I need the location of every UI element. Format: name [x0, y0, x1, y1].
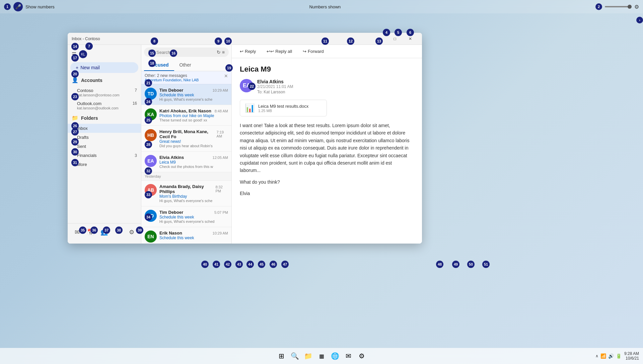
subject-tim2: Schedule this week [159, 215, 228, 219]
start-button[interactable]: ⊞ [275, 350, 287, 362]
folders-section[interactable]: 📁 Folders [68, 112, 141, 124]
body-paragraph-1: I want one! Take a look at these test re… [240, 122, 414, 174]
account-email-contoso: kat.larsson@contoso.com [77, 93, 137, 97]
folder-sent[interactable]: Sent [68, 142, 141, 151]
notif-close-button[interactable]: ✕ [224, 73, 228, 79]
refresh-icon[interactable]: ↻ [217, 50, 221, 55]
forward-label: Forward [308, 49, 324, 54]
subject-elvia: Leica M9 [159, 160, 228, 165]
financials-count: 3 [135, 153, 137, 158]
mail-nav-icon[interactable]: ✉ [71, 226, 83, 238]
maximize-button[interactable]: □ [387, 33, 403, 45]
badge-side: › [636, 17, 643, 23]
email-header-elvia: Elvia Atkins 12:05 AM [159, 155, 228, 160]
avatar-erik: EN [145, 231, 157, 243]
clock[interactable]: 9:28 AM 10/6/21 [624, 351, 639, 361]
notif-senders: Arboretum Foundation, Nike LAB [145, 78, 199, 82]
folder-inbox[interactable]: Inbox [68, 124, 141, 133]
account-name-outlook: Outlook.com 16 [77, 101, 137, 106]
body-paragraph-2: What do you think? [240, 178, 414, 186]
sender-elvia: Elvia Atkins [159, 155, 184, 160]
more-label: More [77, 162, 87, 167]
reply-all-label: Reply all [275, 49, 292, 54]
settings-nav-icon[interactable]: ⚙ [126, 226, 138, 238]
time-tim2: 5:07 PM [214, 210, 228, 214]
folder-icon: 📁 [72, 115, 78, 121]
numbers-shown-label: Numbers shown [309, 4, 341, 9]
account-outlook[interactable]: Outlook.com 16 kat.larsson@outlook.com [68, 99, 141, 112]
attachment-info: Leica M9 test results.docx 1.25 MB [258, 104, 308, 113]
sender-tim2: Tim Deboer [159, 210, 183, 215]
window-titlebar: Inbox - Contoso — □ ✕ [68, 33, 422, 45]
folder-financials[interactable]: Financials 3 [68, 151, 141, 160]
filter-icon[interactable]: ≡ [222, 50, 225, 55]
sidebar-top: ☰ KL [68, 48, 141, 61]
sidebar: ☰ KL + New mail 👤 Accounts Contoso 7 kat… [68, 45, 141, 244]
avatar-katri: KA [145, 108, 157, 120]
taskbar-search[interactable]: 🔍 [289, 350, 301, 362]
close-button[interactable]: ✕ [403, 33, 418, 45]
taskbar-browser[interactable]: 🌐 [329, 350, 341, 362]
people-nav-icon[interactable]: 👥 [98, 226, 110, 238]
tab-focused[interactable]: Focused [144, 60, 174, 71]
time-display: 9:28 AM [624, 351, 639, 356]
battery-icon[interactable]: 🔋 [616, 353, 622, 359]
attachment-name: Leica M9 test results.docx [258, 104, 308, 109]
email-item-tim2[interactable]: TD Tim Deboer 5:07 PM Schedule this week… [141, 206, 231, 227]
time-katri: 8:48 AM [215, 109, 228, 113]
subject-katri: Photos from our hike on Maple [159, 113, 228, 118]
account-name-contoso: Contoso 7 [77, 88, 137, 93]
preview-katri: These turned out so good! xx [159, 118, 228, 122]
taskbar-mail[interactable]: ✉ [342, 350, 354, 362]
folder-more[interactable]: More [68, 160, 141, 169]
email-content-tim: Tim Deboer 10:29 AM Schedule this week H… [159, 88, 228, 101]
sender-erik: Erik Nason [159, 231, 182, 236]
taskbar-settings[interactable]: ⚙ [356, 350, 368, 362]
folder-drafts[interactable]: Drafts [68, 133, 141, 142]
date-display: 10/6/21 [624, 356, 639, 361]
new-mail-button[interactable]: + New mail [70, 62, 138, 73]
email-header-tim2: Tim Deboer 5:07 PM [159, 210, 228, 215]
avatar: KL [79, 50, 87, 58]
avatar-henry: HB [145, 129, 157, 141]
forward-button[interactable]: ↪ Forward [300, 48, 327, 55]
account-contoso[interactable]: Contoso 7 kat.larsson@contoso.com [68, 86, 141, 99]
wifi-icon[interactable]: 📶 [600, 353, 606, 359]
volume-icon[interactable]: 🔊 [608, 353, 614, 359]
attachment-box[interactable]: 📊 Leica M9 test results.docx 1.25 MB [240, 100, 327, 116]
search-actions: ↻ ≡ [217, 50, 225, 55]
settings-icon[interactable]: ⚙ [634, 4, 639, 10]
accounts-section[interactable]: 👤 Accounts [68, 74, 141, 86]
email-item-amanda[interactable]: AB Amanda Brady, Daisy Phillips 8:32 PM … [141, 181, 231, 206]
calendar-nav-icon[interactable]: 📅 [85, 226, 97, 238]
slider[interactable] [605, 6, 632, 7]
email-item-katri[interactable]: KA Katri Ahokas, Erik Nason 8:48 AM Phot… [141, 105, 231, 126]
chevron-up-icon[interactable]: ∧ [595, 354, 598, 358]
search-box[interactable]: 🔍 ↻ ≡ [144, 48, 229, 57]
search-icon: 🔍 [148, 50, 154, 55]
minimize-button[interactable]: — [372, 33, 387, 45]
subject-amanda: Mom's Birthday [159, 194, 228, 199]
tabs: Focused Other [141, 60, 231, 71]
sender-name: Elvia Atkins [257, 79, 414, 84]
email-meta: EA Elvia Atkins 2/21/2021 11:01 AM To: K… [240, 79, 414, 94]
email-item-elvia[interactable]: EA Elvia Atkins 12:05 AM Leica M9 Check … [141, 152, 231, 172]
mic-icon[interactable]: 🎤 [13, 2, 23, 11]
drafts-label: Drafts [77, 135, 89, 140]
search-input[interactable] [156, 50, 214, 55]
email-item-tim-deboer[interactable]: TD Tim Deboer 10:29 AM Schedule this wee… [141, 84, 231, 105]
notification-banner[interactable]: Other: 2 new messages Arboretum Foundati… [141, 71, 231, 84]
reply-all-button[interactable]: ↩↩ Reply all [264, 48, 295, 55]
email-item-erik[interactable]: EN Erik Nason 10:29 AM Schedule this wee… [141, 227, 231, 244]
sender-tim: Tim Deboer [159, 88, 183, 93]
taskbar-files[interactable]: 📁 [302, 350, 314, 362]
reply-button[interactable]: ↩ Reply [237, 48, 259, 55]
email-item-henry[interactable]: HB Henry Brill, Mona Kane, Cecil Fo 7:19… [141, 126, 231, 152]
preview-tim: Hi guys, What's everyone's sche [159, 97, 228, 101]
tasks-nav-icon[interactable]: ✓ [112, 226, 124, 238]
tab-other[interactable]: Other [174, 60, 197, 71]
body-signature: Elvia [240, 190, 414, 197]
top-bar: 1 🎤 Show numbers Numbers shown 2 ⚙ › [0, 0, 643, 13]
taskbar-widgets[interactable]: ▦ [315, 350, 328, 362]
hamburger-icon[interactable]: ☰ [72, 51, 76, 58]
